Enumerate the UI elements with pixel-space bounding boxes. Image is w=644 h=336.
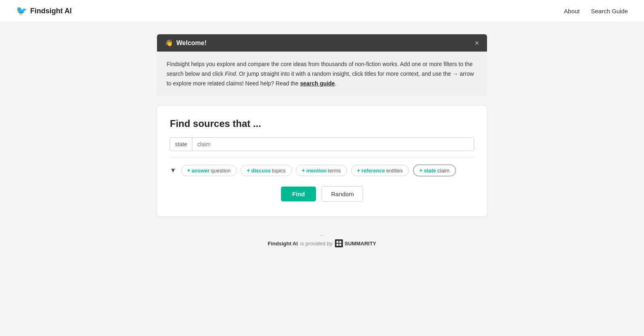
chip-text-mention: terms	[328, 168, 341, 174]
chip-keyword-mention: mention	[306, 168, 327, 174]
search-input-row: state	[170, 137, 474, 151]
search-tag: state	[170, 138, 192, 151]
chip-keyword-answer: answer	[192, 168, 210, 174]
nav-search-guide[interactable]: Search Guide	[591, 8, 628, 15]
welcome-emoji: 👋	[165, 39, 173, 47]
chip-plus-discuss: +	[247, 167, 250, 174]
svg-rect-2	[336, 244, 339, 246]
welcome-header: 👋 Welcome! ×	[157, 34, 487, 52]
footer-dots: ...	[157, 231, 487, 237]
brand-icon: 🐦	[16, 6, 27, 16]
filter-row: ▼ + answer question + discuss topics + m…	[170, 164, 474, 176]
summarity-svg	[336, 241, 342, 246]
chip-text-reference: entities	[386, 168, 403, 174]
chip-plus-state: +	[419, 167, 423, 174]
summarity-icon	[335, 239, 343, 247]
svg-rect-0	[336, 241, 339, 243]
chip-plus-answer: +	[187, 167, 190, 174]
divider	[170, 158, 474, 158]
chip-text-state: claim	[437, 168, 449, 174]
search-card: Find sources that ... state ▼ + answer q…	[157, 106, 487, 216]
search-input[interactable]	[192, 138, 474, 151]
footer: ... Findsight AI is provided by SUMMARIT…	[157, 231, 487, 247]
welcome-body: Findsight helps you explore and compare …	[157, 52, 487, 96]
svg-rect-1	[339, 241, 341, 243]
footer-brand: Findsight AI is provided by SUMMARITY	[268, 239, 376, 247]
chip-keyword-discuss: discuss	[251, 168, 270, 174]
chip-keyword-reference: reference	[361, 168, 385, 174]
welcome-banner-wrapper: 👋 Welcome! × Findsight helps you explore…	[157, 34, 487, 96]
filter-state-claim[interactable]: + state claim	[413, 164, 456, 176]
welcome-close-button[interactable]: ×	[475, 39, 479, 47]
filter-icon: ▼	[170, 167, 176, 174]
filter-answer[interactable]: + answer question	[181, 165, 237, 176]
search-guide-link[interactable]: search guide	[300, 80, 335, 87]
brand-link[interactable]: 🐦 Findsight AI	[16, 6, 72, 16]
filter-reference[interactable]: + reference entities	[351, 165, 409, 176]
chip-text-discuss: topics	[272, 168, 286, 174]
find-button[interactable]: Find	[281, 187, 316, 201]
nav-links: About Search Guide	[564, 8, 628, 15]
summarity-logo: SUMMARITY	[335, 239, 376, 247]
welcome-text-3: .	[335, 80, 336, 87]
footer-brand-name: Findsight AI	[268, 241, 298, 247]
chip-plus-reference: +	[357, 167, 360, 174]
search-heading: Find sources that ...	[170, 118, 474, 129]
chip-keyword-state: state	[424, 168, 436, 174]
welcome-title: 👋 Welcome!	[165, 39, 206, 47]
chip-text-answer: question	[211, 168, 231, 174]
action-row: Find Random	[170, 186, 474, 202]
footer-provided-by: is provided by	[300, 241, 332, 247]
chip-plus-mention: +	[302, 167, 305, 174]
random-button[interactable]: Random	[322, 186, 363, 202]
filter-discuss[interactable]: + discuss topics	[241, 165, 292, 176]
summarity-name: SUMMARITY	[345, 241, 376, 247]
brand-name: Findsight AI	[30, 7, 72, 15]
nav-about[interactable]: About	[564, 8, 580, 15]
svg-rect-3	[339, 244, 341, 246]
navbar: 🐦 Findsight AI About Search Guide	[0, 0, 644, 22]
welcome-italic: Find	[225, 71, 236, 77]
main-content: 👋 Welcome! × Findsight helps you explore…	[149, 22, 495, 272]
filter-mention[interactable]: + mention terms	[296, 165, 347, 176]
